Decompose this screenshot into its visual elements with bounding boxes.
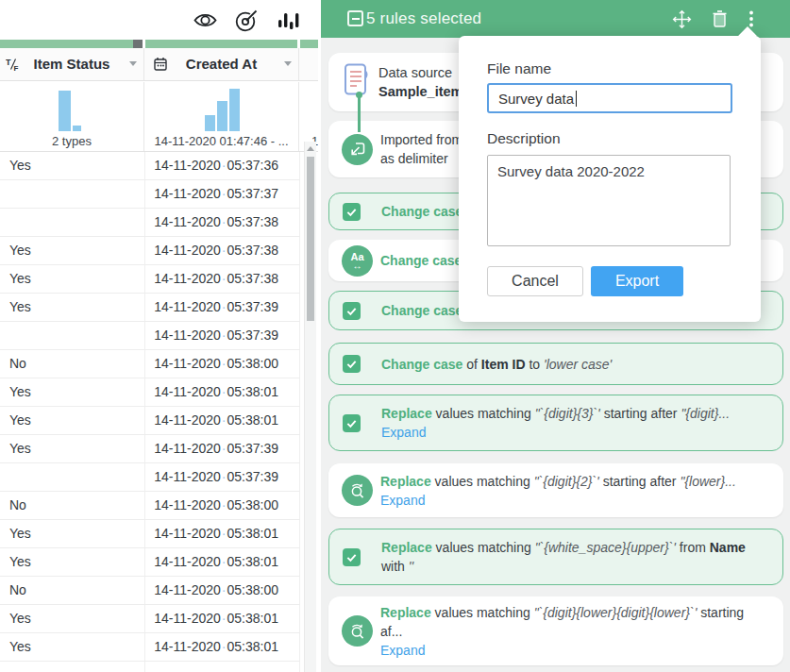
table-row[interactable]: No14-11-2020·05:38:00 [0, 350, 300, 378]
column-title: Created At [144, 56, 298, 72]
table-row[interactable]: Yes14-11-2020·05:38:01 [0, 548, 300, 577]
text-caret [576, 91, 577, 107]
step-connector [358, 96, 361, 132]
select-all-checkbox-indeterminate[interactable] [347, 10, 363, 26]
expand-link[interactable]: Expand [380, 491, 760, 510]
created-at-cell: 14-11-2020·05:38:01 [144, 412, 278, 428]
cancel-button[interactable]: Cancel [487, 266, 583, 296]
table-row[interactable]: 14-11-2020·05:37:37 [0, 180, 300, 209]
whitespace-dot: · [221, 299, 227, 314]
whitespace-dot: · [221, 554, 227, 569]
trash-icon[interactable] [712, 9, 728, 32]
rule-checkbox-checked[interactable] [343, 414, 361, 432]
item-status-cell: Yes [9, 299, 31, 314]
rule-checkbox-checked[interactable] [343, 548, 361, 566]
description-textarea[interactable]: Survey data 2020-2022 [487, 155, 731, 246]
target-icon[interactable] [233, 7, 260, 33]
scrollbar-thumb[interactable] [307, 157, 314, 321]
rules-selected-count: 5 rules selected [366, 9, 481, 28]
whitespace-dot: · [221, 497, 227, 512]
created-at-cell: 14-11-2020·05:38:01 [144, 384, 278, 399]
created-at-cell: 14-11-2020·05:37:38 [144, 243, 278, 258]
grid-toolbar [0, 0, 318, 40]
expand-link[interactable]: Expand [381, 423, 761, 442]
description-label: Description [487, 130, 561, 147]
whitespace-dot: · [221, 271, 227, 286]
histogram-created-at[interactable]: 14-11-2020 01:47:46 - ... [144, 82, 299, 151]
rule-card[interactable]: Replace values matching "`{digit}{3}`' s… [328, 395, 783, 451]
expand-link[interactable]: Expand [380, 641, 760, 660]
table-row[interactable]: Yes14-11-2020·05:37:39 [0, 435, 300, 463]
rule-checkbox-checked[interactable] [343, 355, 361, 373]
created-at-cell: 14-11-2020·05:38:00 [144, 356, 278, 371]
histogram-bar[interactable] [205, 115, 215, 131]
whitespace-dot: · [221, 214, 227, 229]
change-case-icon: Aa↔ [342, 245, 373, 277]
column-menu-caret[interactable] [129, 61, 137, 66]
created-at-cell: 14-11-2020·05:37:39 [144, 441, 278, 456]
rule-checkbox-checked[interactable] [343, 203, 361, 221]
whitespace-dot: · [221, 526, 227, 541]
table-row[interactable]: Yes14-11-2020·05:38:01 [0, 605, 300, 633]
file-name-field-wrap [487, 83, 732, 113]
grid-header-row: TF Item Status Created At [0, 48, 318, 81]
item-status-cell: Yes [9, 441, 31, 456]
table-row[interactable]: Yes14-11-2020·05:37:36 [0, 152, 300, 180]
histogram-label: 14-11-2020 01:47:46 - ... [144, 134, 298, 148]
whitespace-dot: · [221, 639, 227, 654]
rule-card[interactable]: Change case of Item ID to 'lower case' [328, 343, 783, 385]
item-status-cell: No [9, 582, 26, 597]
item-status-cell: Yes [9, 412, 31, 428]
table-row[interactable]: Yes14-11-2020·05:37:38 [0, 237, 300, 265]
table-row[interactable]: Yes14-11-2020·05:37:38 [0, 265, 300, 294]
table-row[interactable]: 14-11-2020·05:37:39 [0, 322, 300, 350]
rule-text: Replace values matching "`{digit}{lower}… [380, 603, 760, 660]
move-icon[interactable] [672, 9, 692, 33]
scroll-up-arrow[interactable] [307, 146, 314, 151]
rule-text: Replace values matching "`{digit}{2}`' s… [380, 472, 760, 510]
created-at-cell: 14-11-2020·05:37:39 [144, 469, 278, 484]
histogram-bar[interactable] [73, 126, 81, 131]
column-menu-caret[interactable] [284, 61, 292, 66]
column-header-created-at[interactable]: Created At [144, 48, 299, 80]
table-row[interactable]: Yes14-11-2020·05:38:01 [0, 378, 300, 407]
table-row[interactable]: Yes14-11-2020·05:38:01 [0, 520, 300, 548]
dataprep-app: TF Item Status Created At 2 types 14-11-… [0, 0, 790, 672]
column-header-item-status[interactable]: TF Item Status [0, 48, 144, 80]
table-row[interactable]: No14-11-2020·05:38:00 [0, 492, 300, 520]
table-row[interactable]: 14-11-2020·05:37:39 [0, 463, 300, 492]
created-at-cell: 14-11-2020·05:37:38 [144, 214, 278, 229]
quality-missing-segment [133, 40, 143, 48]
created-at-cell: 14-11-2020·05:38:01 [144, 554, 278, 569]
file-name-input[interactable] [489, 85, 731, 111]
table-row[interactable]: No14-11-2020·05:38:00 [0, 577, 300, 605]
rule-text: Change case of Item ID to 'lower case' [381, 355, 761, 374]
item-status-cell: Yes [9, 639, 31, 654]
created-at-cell: 14-11-2020·05:38:01 [144, 526, 278, 541]
rule-card[interactable]: Replace values matching "`{digit}{2}`' s… [328, 463, 783, 517]
table-row[interactable]: Yes14-11-2020·05:37:39 [0, 294, 300, 322]
quality-valid-segment [300, 40, 318, 48]
import-icon [342, 134, 373, 165]
grid-rows: Yes14-11-2020·05:37:3614-11-2020·05:37:3… [0, 152, 318, 672]
data-grid-panel: TF Item Status Created At 2 types 14-11-… [0, 0, 318, 672]
eye-icon[interactable] [192, 7, 218, 33]
export-button[interactable]: Export [591, 266, 683, 296]
table-row[interactable]: Yes14-11-2020·05:38:01 [0, 407, 300, 435]
table-row[interactable]: 14-11-2020·05:37:38 [0, 209, 300, 237]
histogram-bar[interactable] [59, 91, 71, 131]
column-stats-icon[interactable] [275, 7, 301, 33]
histogram-bar[interactable] [217, 101, 227, 131]
rule-checkbox-checked[interactable] [343, 302, 361, 320]
histogram-bar[interactable] [229, 89, 240, 131]
item-status-cell: Yes [9, 271, 31, 286]
histogram-item-status[interactable]: 2 types [0, 82, 144, 151]
rule-card[interactable]: Replace values matching "`{digit}{lower}… [328, 596, 783, 665]
column-title: Item Status [0, 56, 143, 72]
whitespace-dot: · [221, 412, 227, 428]
whitespace-dot: · [221, 469, 227, 484]
rule-card[interactable]: Replace values matching "`{white_space}{… [328, 529, 783, 585]
export-dialog: File name Description Survey data 2020-2… [459, 36, 761, 322]
table-row[interactable]: Yes14-11-2020·05:38:01 [0, 633, 300, 662]
vertical-scrollbar[interactable] [304, 142, 316, 672]
